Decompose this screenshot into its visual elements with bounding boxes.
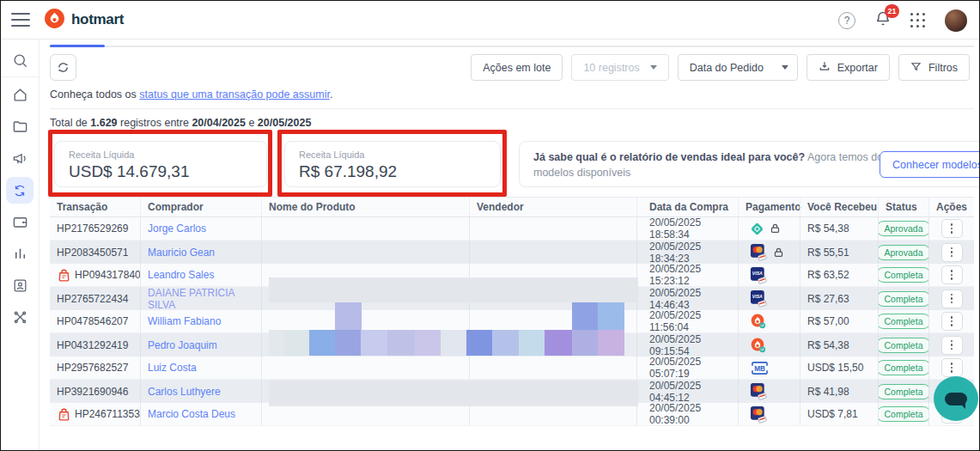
row-actions-button[interactable] bbox=[941, 312, 963, 331]
vendor-cell bbox=[469, 287, 636, 310]
chat-launcher-button[interactable] bbox=[934, 376, 978, 421]
row-actions-button[interactable] bbox=[941, 219, 963, 238]
transaction-id-cell: HP0431292419 bbox=[50, 333, 140, 357]
notifications-bell-icon[interactable]: 21 bbox=[874, 10, 892, 31]
buyer-link[interactable]: Leandro Sales bbox=[148, 269, 214, 281]
payment-cell: MB bbox=[738, 357, 800, 379]
amount-received-cell: R$ 27,63 bbox=[800, 287, 878, 310]
row-actions-button[interactable] bbox=[941, 289, 963, 308]
hamburger-menu-icon[interactable] bbox=[11, 13, 30, 27]
buyer-cell: DAIANE PATRICIA SILVA bbox=[140, 287, 261, 310]
status-cell: Completa bbox=[878, 333, 928, 357]
row-actions-button[interactable] bbox=[941, 243, 963, 262]
buyer-link[interactable]: Luiz Costa bbox=[148, 362, 197, 374]
payment-cell bbox=[738, 217, 800, 240]
buyer-link[interactable]: Jorge Carlos bbox=[148, 222, 206, 235]
progress-indicator bbox=[50, 45, 105, 47]
visa-icon: VISA bbox=[750, 266, 768, 284]
buyer-cell: Luiz Costa bbox=[140, 357, 261, 379]
refresh-button[interactable] bbox=[50, 54, 76, 81]
transaction-id-cell: HP2467113530 bbox=[50, 403, 140, 425]
hotmart-logo[interactable]: hotmart bbox=[44, 8, 124, 33]
table-body: HP2176529269Jorge Carlos20/05/2025 18:58… bbox=[50, 217, 974, 426]
chevron-down-icon bbox=[650, 65, 657, 70]
buyer-cell: Pedro Joaquim bbox=[140, 333, 261, 357]
buyer-link[interactable]: Carlos Luthyere bbox=[148, 386, 221, 398]
export-button[interactable]: Exportar bbox=[807, 54, 890, 81]
payment-cell bbox=[738, 403, 800, 425]
buyer-link[interactable]: Pedro Joaquim bbox=[148, 339, 217, 351]
sidebar-item-wallet[interactable] bbox=[1, 206, 40, 238]
notification-count-badge: 21 bbox=[885, 4, 899, 18]
transaction-id-cell: HP2957682527 bbox=[50, 357, 140, 379]
actions-cell bbox=[928, 217, 974, 240]
net-revenue-brl-card: Receita Líquida R$ 67.198,92 bbox=[284, 141, 501, 187]
sidebar-item-contacts-card[interactable] bbox=[1, 270, 40, 302]
apps-grid-icon[interactable] bbox=[910, 13, 926, 28]
chevron-down-icon bbox=[782, 65, 788, 70]
logo-wordmark: hotmart bbox=[71, 11, 124, 28]
payment-cell bbox=[738, 333, 800, 357]
status-cell: Aprovada bbox=[878, 241, 928, 264]
buyer-link[interactable]: DAIANE PATRICIA SILVA bbox=[148, 287, 261, 310]
product-cell bbox=[261, 333, 469, 357]
status-cell: Completa bbox=[878, 380, 928, 403]
row-actions-button[interactable] bbox=[941, 265, 963, 284]
buyer-link[interactable]: Marcio Costa Deus bbox=[148, 408, 235, 420]
net-revenue-usd-value: USD$ 14.679,31 bbox=[69, 162, 253, 181]
sidebar-item-search[interactable] bbox=[1, 45, 40, 76]
status-help-link[interactable]: status que uma transação pode assumir bbox=[139, 88, 330, 101]
payment-cell: VISA bbox=[738, 287, 800, 310]
product-cell bbox=[261, 264, 469, 286]
left-sidebar bbox=[1, 40, 40, 451]
status-badge: Aprovada bbox=[878, 245, 928, 260]
purchase-date-cell: 20/05/2025 15:23:12 bbox=[636, 264, 738, 286]
row-actions-button[interactable] bbox=[941, 336, 963, 355]
pix-icon bbox=[750, 222, 764, 236]
sidebar-item-products-folder[interactable] bbox=[1, 111, 40, 143]
transaction-id-cell: HP2176529269 bbox=[50, 217, 140, 240]
reports-promo-banner: Já sabe qual é o relatório de vendas ide… bbox=[519, 141, 980, 187]
purchase-date-cell: 20/05/2025 00:39:00 bbox=[636, 403, 738, 425]
vendor-cell bbox=[469, 310, 636, 332]
actions-cell bbox=[928, 333, 974, 357]
table-row: HP0431292419Pedro Joaquim20/05/2025 09:1… bbox=[50, 333, 974, 357]
actions-cell bbox=[928, 287, 974, 310]
purchase-date-cell: 20/05/2025 18:58:34 bbox=[636, 217, 738, 240]
sidebar-item-home[interactable] bbox=[1, 79, 40, 111]
divider bbox=[50, 108, 974, 109]
buyer-cell: Jorge Carlos bbox=[140, 217, 261, 240]
buyer-link[interactable]: Mauricio Gean bbox=[148, 247, 215, 259]
user-avatar[interactable] bbox=[945, 9, 967, 32]
buyer-cell: Mauricio Gean bbox=[140, 241, 261, 264]
buyer-cell: Marcio Costa Deus bbox=[140, 403, 261, 425]
know-models-button[interactable]: Conhecer modelos bbox=[880, 151, 980, 178]
vendor-cell bbox=[469, 380, 636, 403]
help-icon[interactable]: ? bbox=[838, 12, 855, 29]
svg-text:MB: MB bbox=[754, 364, 765, 372]
hotmart-flame-icon bbox=[44, 8, 65, 33]
buyer-cell: Carlos Luthyere bbox=[140, 380, 261, 403]
product-cell bbox=[261, 380, 469, 403]
hotmart-balance-icon bbox=[750, 313, 767, 330]
sidebar-item-marketing-megaphone[interactable] bbox=[1, 143, 40, 174]
svg-text:VISA: VISA bbox=[752, 294, 763, 299]
amount-received-cell: R$ 41,98 bbox=[800, 380, 878, 403]
filters-button[interactable]: Filtros bbox=[898, 54, 970, 81]
product-cell bbox=[261, 403, 469, 425]
transaction-id-cell: HP2765722434 bbox=[50, 287, 140, 310]
order-date-dropdown[interactable]: Data do Pedido bbox=[678, 54, 798, 81]
row-actions-button[interactable] bbox=[941, 358, 963, 377]
top-header: hotmart ? 21 bbox=[1, 1, 980, 40]
buyer-link[interactable]: William Fabiano bbox=[148, 315, 221, 327]
sidebar-item-sales-active[interactable] bbox=[1, 174, 40, 206]
status-cell: Completa bbox=[878, 264, 928, 286]
sidebar-item-tools[interactable] bbox=[1, 302, 40, 333]
page-size-dropdown[interactable]: 10 registros bbox=[571, 54, 668, 81]
sidebar-item-reports-chart[interactable] bbox=[1, 238, 40, 270]
transactions-table: Transação Comprador Nome do Produto Vend… bbox=[50, 197, 974, 426]
mastercard-icon bbox=[750, 405, 768, 424]
payment-cell bbox=[738, 380, 800, 403]
bulk-actions-button[interactable]: Ações em lote bbox=[471, 54, 563, 81]
payment-cell bbox=[738, 241, 800, 264]
